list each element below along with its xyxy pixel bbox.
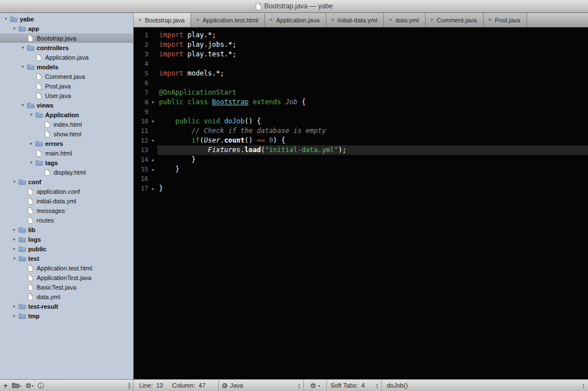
tree-item-app[interactable]: ▾app bbox=[0, 24, 133, 33]
tree-item-views[interactable]: ▾views bbox=[0, 100, 133, 110]
gear-actions-button[interactable]: ▾ bbox=[25, 383, 34, 389]
code-line-7[interactable]: 7@OnApplicationStart bbox=[134, 88, 588, 97]
tab-application-java[interactable]: ×Application.java bbox=[265, 13, 326, 27]
code-line-15[interactable]: 15▴ } bbox=[134, 165, 588, 174]
tab-bootstrap-java[interactable]: ×Bootstrap.java bbox=[134, 13, 191, 27]
fold-start-icon[interactable]: ▾ bbox=[148, 117, 157, 126]
disclosure-closed-icon[interactable]: ▸ bbox=[11, 244, 17, 254]
code-line-8[interactable]: 8▾public class Bootstrap extends Job { bbox=[134, 97, 588, 107]
code-line-1[interactable]: 1import play.*; bbox=[134, 30, 588, 40]
code-line-17[interactable]: 17▴} bbox=[134, 184, 588, 193]
soft-tabs-popup[interactable]: Soft Tabs: 4 ▴▾ bbox=[327, 380, 381, 391]
tree-item-models[interactable]: ▾models bbox=[0, 62, 133, 72]
tree-item-tags[interactable]: ▾tags bbox=[0, 158, 133, 167]
disclosure-closed-icon[interactable]: ▸ bbox=[28, 139, 34, 148]
code-line-4[interactable]: 4 bbox=[134, 59, 588, 69]
tab-close-icon[interactable]: × bbox=[488, 17, 493, 23]
code-editor[interactable]: 1import play.*;2import play.jobs.*;3impo… bbox=[134, 28, 588, 379]
tree-item-data-yml[interactable]: data.yml bbox=[0, 292, 133, 301]
fold-start-icon[interactable]: ▾ bbox=[148, 136, 157, 145]
disclosure-open-icon[interactable]: ▾ bbox=[20, 43, 26, 52]
tree-item-tmp[interactable]: ▸tmp bbox=[0, 311, 133, 321]
fold-end-icon[interactable]: ▴ bbox=[148, 165, 157, 174]
tab-comment-java[interactable]: ×Comment.java bbox=[426, 13, 484, 27]
tree-item-application[interactable]: ▾Application bbox=[0, 110, 133, 119]
info-icon: i bbox=[38, 383, 44, 389]
tree-item-bootstrap-java[interactable]: Bootstrap.java bbox=[0, 33, 133, 43]
tree-item-messages[interactable]: messages bbox=[0, 206, 133, 215]
fold-start-icon[interactable]: ▾ bbox=[148, 97, 157, 107]
disclosure-open-icon[interactable]: ▾ bbox=[28, 110, 34, 119]
tab-close-icon[interactable]: × bbox=[269, 17, 274, 23]
disclosure-open-icon[interactable]: ▾ bbox=[11, 177, 17, 186]
disclosure-closed-icon[interactable]: ▸ bbox=[11, 234, 17, 244]
tab-close-icon[interactable]: × bbox=[388, 17, 393, 23]
code-line-9[interactable]: 9 bbox=[134, 107, 588, 117]
code-line-16[interactable]: 16 bbox=[134, 174, 588, 184]
fold-spacer bbox=[148, 69, 157, 78]
tree-item-applicationtest-java[interactable]: ApplicationTest.java bbox=[0, 273, 133, 282]
tree-item-yabe[interactable]: ▾yabe bbox=[0, 14, 133, 24]
folder-actions-button[interactable]: ▾ bbox=[12, 383, 21, 388]
fold-end-icon[interactable]: ▴ bbox=[148, 155, 157, 165]
language-popup[interactable]: Java ▴▾ bbox=[219, 380, 303, 391]
line-number: 12 bbox=[134, 136, 148, 145]
disclosure-closed-icon[interactable]: ▸ bbox=[11, 225, 17, 234]
code-line-13[interactable]: 13 Fixtures.load("initial-data.yml"); bbox=[134, 145, 588, 155]
disclosure-open-icon[interactable]: ▾ bbox=[20, 100, 26, 110]
tree-item-errors[interactable]: ▸errors bbox=[0, 139, 133, 148]
code-line-10[interactable]: 10▾ public void doJob() { bbox=[134, 117, 588, 126]
code-line-14[interactable]: 14▴ } bbox=[134, 155, 588, 165]
tree-item-application-test-html[interactable]: Application.test.html bbox=[0, 263, 133, 273]
tree-item-user-java[interactable]: User.java bbox=[0, 91, 133, 100]
code-line-11[interactable]: 11 // Check if the database is empty bbox=[134, 126, 588, 136]
tree-item-test-result[interactable]: ▸test-result bbox=[0, 301, 133, 311]
disclosure-open-icon[interactable]: ▾ bbox=[11, 24, 17, 33]
tree-item-initial-data-yml[interactable]: initial-data.yml bbox=[0, 196, 133, 206]
tree-item-display-html[interactable]: display.html bbox=[0, 167, 133, 177]
caret-position: Line: 13 Column: 47 bbox=[134, 380, 218, 391]
disclosure-closed-icon[interactable]: ▸ bbox=[11, 311, 17, 321]
tree-item-comment-java[interactable]: Comment.java bbox=[0, 72, 133, 81]
tree-item-controllers[interactable]: ▾controllers bbox=[0, 43, 133, 52]
disclosure-open-icon[interactable]: ▾ bbox=[11, 254, 17, 263]
tree-item-main-html[interactable]: main.html bbox=[0, 148, 133, 158]
tree-item-lib[interactable]: ▸lib bbox=[0, 225, 133, 234]
tab-close-icon[interactable]: × bbox=[430, 17, 435, 23]
tree-item-show-html[interactable]: show.html bbox=[0, 129, 133, 139]
titlebar[interactable]: Bootstrap.java — yabe bbox=[0, 0, 588, 13]
info-button[interactable]: i bbox=[38, 383, 44, 389]
tab-application-test-html[interactable]: ×Application.test.html bbox=[191, 13, 264, 27]
tree-item-post-java[interactable]: Post.java bbox=[0, 81, 133, 91]
tree-item-index-html[interactable]: index.html bbox=[0, 119, 133, 129]
disclosure-open-icon[interactable]: ▾ bbox=[3, 14, 9, 24]
disclosure-open-icon[interactable]: ▾ bbox=[28, 158, 34, 167]
tab-close-icon[interactable]: × bbox=[195, 17, 200, 23]
code-line-2[interactable]: 2import play.jobs.*; bbox=[134, 40, 588, 50]
tree-item-application-java[interactable]: Application.java bbox=[0, 52, 133, 62]
folder-icon bbox=[17, 26, 26, 32]
code-line-12[interactable]: 12▾ if(User.count() == 0) { bbox=[134, 136, 588, 145]
bundle-actions-popup[interactable]: ▾ bbox=[304, 380, 326, 391]
splitter-handle[interactable] bbox=[129, 383, 131, 389]
symbol-popup[interactable]: doJob() ▴▾ bbox=[382, 380, 588, 391]
tree-item-basictest-java[interactable]: BasicTest.java bbox=[0, 282, 133, 292]
tree-item-test[interactable]: ▾test bbox=[0, 254, 133, 263]
add-file-button[interactable]: + bbox=[3, 382, 8, 389]
code-line-5[interactable]: 5import models.*; bbox=[134, 69, 588, 78]
tab-post-java[interactable]: ×Post.java bbox=[484, 13, 527, 27]
code-line-6[interactable]: 6 bbox=[134, 78, 588, 88]
tab-close-icon[interactable]: × bbox=[138, 17, 143, 23]
tree-item-logs[interactable]: ▸logs bbox=[0, 234, 133, 244]
tree-item-routes[interactable]: routes bbox=[0, 215, 133, 225]
tree-item-public[interactable]: ▸public bbox=[0, 244, 133, 254]
fold-end-icon[interactable]: ▴ bbox=[148, 184, 157, 193]
disclosure-open-icon[interactable]: ▾ bbox=[20, 62, 26, 72]
disclosure-closed-icon[interactable]: ▸ bbox=[11, 301, 17, 311]
tab-data-yml[interactable]: ×data.yml bbox=[384, 13, 426, 27]
tab-initial-data-yml[interactable]: ×initial-data.yml bbox=[326, 13, 384, 27]
tab-close-icon[interactable]: × bbox=[330, 17, 335, 23]
tree-item-conf[interactable]: ▾conf bbox=[0, 177, 133, 186]
code-line-3[interactable]: 3import play.test.*; bbox=[134, 50, 588, 59]
tree-item-application-conf[interactable]: application.conf bbox=[0, 186, 133, 196]
